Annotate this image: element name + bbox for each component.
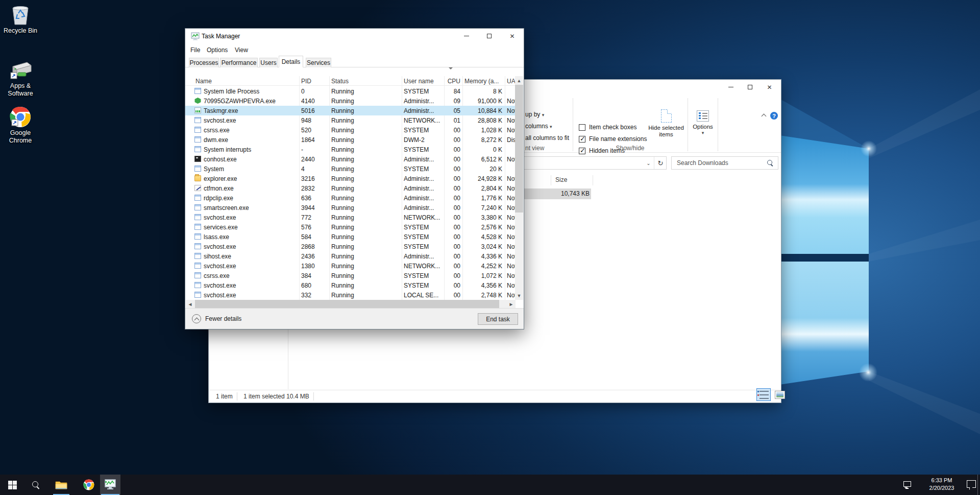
- tab-details[interactable]: Details: [279, 56, 303, 67]
- fewer-details-button[interactable]: Fewer details: [192, 314, 241, 323]
- process-row[interactable]: svchost.exe 1380 Running NETWORK... 00 4…: [185, 261, 515, 271]
- process-memory: 1,028 K: [461, 127, 502, 134]
- task-manager-icon: [104, 479, 116, 490]
- taskbar-file-explorer-button[interactable]: [51, 475, 71, 495]
- process-row[interactable]: System Idle Process 0 Running SYSTEM 84 …: [185, 86, 515, 96]
- network-tray-button[interactable]: [897, 475, 918, 495]
- process-cpu: 00: [440, 175, 460, 182]
- process-status: Running: [331, 185, 399, 192]
- ribbon-hide-selected-items-button[interactable]: Hide selected items: [646, 109, 687, 138]
- process-row[interactable]: csrss.exe 384 Running SYSTEM 00 1,072 K …: [185, 271, 515, 280]
- column-separator: [593, 175, 593, 185]
- column-header-cpu[interactable]: CPU: [440, 78, 460, 85]
- menu-file[interactable]: File: [188, 45, 202, 55]
- process-row[interactable]: Taskmgr.exe 5016 Running Administr... 05…: [185, 106, 515, 115]
- horizontal-scrollbar[interactable]: ◄ ►: [186, 300, 516, 309]
- tab-processes[interactable]: Processes: [189, 58, 219, 67]
- search-icon: [32, 481, 39, 488]
- process-name: ctfmon.exe: [204, 185, 297, 192]
- process-row[interactable]: services.exe 576 Running SYSTEM 00 2,576…: [185, 222, 515, 232]
- taskbar-chrome-button[interactable]: [79, 475, 99, 495]
- process-row[interactable]: svchost.exe 680 Running SYSTEM 00 4,356 …: [185, 280, 515, 290]
- ribbon-checkbox-file-name-extensions[interactable]: File name extensions: [579, 135, 647, 143]
- process-row[interactable]: smartscreen.exe 3944 Running Administr..…: [185, 203, 515, 213]
- process-cpu: 00: [440, 195, 460, 202]
- taskmgr-minimize-button[interactable]: [455, 29, 478, 43]
- column-header-uac[interactable]: UAC: [507, 78, 516, 85]
- process-row[interactable]: svchost.exe 332 Running LOCAL SE... 00 2…: [185, 290, 515, 300]
- ribbon-collapse-chevron-icon[interactable]: [761, 112, 768, 119]
- process-row[interactable]: csrss.exe 520 Running SYSTEM 00 1,028 K …: [185, 125, 515, 135]
- process-row[interactable]: svchost.exe 772 Running NETWORK... 00 3,…: [185, 213, 515, 222]
- menu-view[interactable]: View: [233, 45, 250, 55]
- desktop-icon-recycle-bin[interactable]: Recycle Bin: [0, 4, 41, 35]
- size-column-header[interactable]: Size: [555, 176, 567, 183]
- column-header-memory[interactable]: Memory (a...: [464, 78, 503, 85]
- scrollbar-thumb[interactable]: [195, 300, 499, 309]
- taskbar-clock[interactable]: 6:33 PM 2/20/2023: [922, 477, 962, 492]
- scroll-up-icon[interactable]: ▲: [515, 76, 523, 85]
- scroll-right-icon[interactable]: ►: [507, 300, 516, 309]
- process-pid: 2868: [301, 243, 328, 250]
- ribbon-options-button[interactable]: Options ▾: [690, 110, 716, 136]
- explorer-close-button[interactable]: ✕: [758, 80, 781, 95]
- process-row[interactable]: explorer.exe 3216 Running Administr... 0…: [185, 174, 515, 183]
- process-memory: 1,072 K: [461, 272, 502, 279]
- ribbon-group-by-button[interactable]: up by ▾: [525, 111, 544, 118]
- recycle-bin-icon: [0, 4, 41, 26]
- scrollbar-thumb[interactable]: [515, 85, 523, 213]
- process-pid: 584: [301, 233, 328, 241]
- show-desktop-button[interactable]: [977, 475, 980, 495]
- process-row[interactable]: System 4 Running SYSTEM 00 20 K: [185, 164, 515, 174]
- process-row[interactable]: 70995GZAWHPEVRA.exe 4140 Running Adminis…: [185, 96, 515, 106]
- process-cpu: 00: [440, 253, 460, 260]
- thumbnails-view-button[interactable]: [775, 391, 785, 399]
- address-dropdown-chevron-icon[interactable]: ⌄: [643, 157, 654, 169]
- dropdown-arrow-icon: ▾: [690, 130, 716, 135]
- process-row[interactable]: svchost.exe 948 Running NETWORK... 01 28…: [185, 115, 515, 125]
- details-view-button[interactable]: [756, 388, 771, 401]
- tab-performance[interactable]: Performance: [220, 58, 258, 67]
- taskmgr-maximize-button[interactable]: [478, 29, 501, 43]
- status-separator: [313, 392, 314, 400]
- taskmgr-close-button[interactable]: ✕: [501, 29, 524, 43]
- process-row[interactable]: sihost.exe 2436 Running Administr... 00 …: [185, 251, 515, 261]
- process-row[interactable]: lsass.exe 584 Running SYSTEM 00 4,528 K …: [185, 232, 515, 242]
- minimize-icon: [728, 87, 733, 87]
- vertical-scrollbar[interactable]: ▲ ▼: [515, 76, 523, 300]
- process-status: Running: [331, 127, 399, 134]
- help-icon[interactable]: ?: [770, 112, 778, 120]
- process-name: csrss.exe: [204, 127, 297, 134]
- tab-services[interactable]: Services: [306, 58, 331, 67]
- process-row[interactable]: rdpclip.exe 636 Running Administr... 00 …: [185, 193, 515, 203]
- desktop-icon-google-chrome[interactable]: Google Chrome: [0, 106, 41, 145]
- column-header-pid[interactable]: PID: [301, 78, 311, 85]
- process-memory: 28,808 K: [461, 117, 502, 124]
- ribbon-checkbox-item-check-boxes[interactable]: Item check boxes: [579, 124, 636, 131]
- process-icon: [194, 136, 201, 143]
- menu-options[interactable]: Options: [205, 45, 230, 55]
- ribbon-add-columns-button[interactable]: columns ▾: [525, 123, 552, 130]
- process-row[interactable]: conhost.exe 2440 Running Administr... 00…: [185, 154, 515, 164]
- tab-users[interactable]: Users: [259, 58, 278, 67]
- column-header-user[interactable]: User name: [404, 78, 434, 85]
- process-memory: 8,272 K: [461, 136, 502, 144]
- column-header-status[interactable]: Status: [331, 78, 349, 85]
- process-row[interactable]: System interrupts - Running SYSTEM 00 0 …: [185, 145, 515, 154]
- column-header-name[interactable]: Name: [195, 78, 212, 85]
- process-row[interactable]: dwm.exe 1864 Running DWM-2 00 8,272 K Di…: [185, 135, 515, 145]
- start-button[interactable]: [2, 475, 22, 495]
- scroll-down-icon[interactable]: ▼: [515, 291, 523, 300]
- desktop-icon-apps-software[interactable]: Apps & Software: [0, 59, 41, 98]
- table-header-row: Name PID Status User name CPU Memory (a.…: [185, 76, 515, 86]
- taskbar-search-button[interactable]: [26, 475, 46, 495]
- taskbar-task-manager-button[interactable]: [100, 475, 120, 495]
- process-row[interactable]: svchost.exe 2868 Running SYSTEM 00 3,024…: [185, 242, 515, 251]
- end-task-button[interactable]: End task: [478, 313, 518, 325]
- scroll-left-icon[interactable]: ◄: [186, 300, 194, 309]
- refresh-icon[interactable]: ↻: [655, 157, 666, 169]
- ribbon-size-columns-button[interactable]: all columns to fit: [525, 134, 569, 142]
- process-row[interactable]: ctfmon.exe 2832 Running Administr... 00 …: [185, 183, 515, 193]
- search-box[interactable]: Search Downloads: [671, 156, 778, 170]
- action-center-icon[interactable]: [967, 480, 976, 488]
